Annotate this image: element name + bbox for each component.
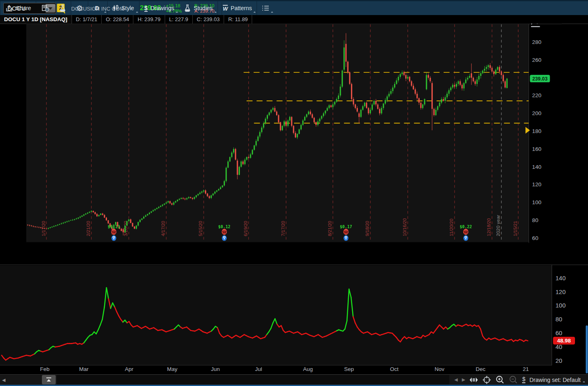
style-button[interactable]: Style [108,1,139,15]
collapse-panel-button[interactable] [42,375,56,384]
candlestick [270,110,272,113]
price-axis-tick: 200 [532,110,542,116]
candlestick [293,126,294,133]
candlestick [139,220,141,222]
candlestick [347,62,348,72]
candlestick [362,106,364,110]
toolbar-buttons: Share ⚙ D Style $ Drawings Stud [0,1,588,15]
phone-glyph: ☎ [344,230,348,234]
vertical-scrollbar-thumb[interactable] [586,325,588,373]
drawings-button[interactable]: $ Drawings [139,1,179,15]
candlestick [31,226,32,226]
candlestick [263,123,264,128]
zoom-out-icon[interactable] [509,375,518,384]
candlestick [254,146,255,150]
candlestick [164,203,165,205]
date-gridline-label: 11/20/20 [449,218,454,236]
candlestick [297,134,298,137]
candlestick [289,117,290,120]
collapse-icon [46,377,52,382]
candlestick [274,108,275,112]
candlestick [149,213,150,214]
candlestick [76,218,77,219]
candlestick [85,214,86,214]
timeframe-button[interactable]: D [88,1,107,15]
bar-spacing-icon[interactable] [469,377,478,383]
candlestick [87,213,88,214]
candlestick [199,193,200,194]
plot-background [26,24,529,242]
candlestick [94,212,96,214]
candlestick [255,141,257,146]
candlestick [137,222,139,226]
price-axis-tick: 100 [532,199,542,205]
candlestick [53,226,54,227]
month-label: Jun [211,366,220,372]
candlestick [366,102,367,108]
price-axis-tick: 180 [532,128,542,134]
horizontal-scrollbar[interactable] [57,375,449,384]
candlestick [250,154,251,158]
candlestick [364,102,365,106]
candlestick [229,157,231,161]
chart-menu-button[interactable] [257,1,274,15]
candlestick [460,81,461,85]
candlestick [360,110,362,117]
candlestick [400,74,401,77]
candlestick [311,114,313,118]
candlestick [220,187,221,189]
price-axis-tick: 260 [532,57,542,63]
candlestick [158,207,159,208]
settings-button[interactable]: ⚙ [71,1,88,15]
patterns-icon: W [223,5,228,12]
price-axis-tick: 220 [532,92,542,98]
candlestick [224,181,225,185]
price-tools-icon[interactable]: $ [522,376,525,383]
candlestick [124,226,126,232]
candlestick [338,96,339,99]
candlestick [433,109,435,115]
candlestick [446,94,448,97]
candlestick [306,114,307,117]
main-toolbar: DOCU 2 DOCUSIGN INC COM 239.03 +15.18 +6… [0,1,588,15]
candlestick [57,225,58,225]
study-axis-tick: 140 [555,275,566,281]
study-axis-tick: 60 [555,329,562,336]
candlestick [396,81,397,84]
candlestick [121,229,122,231]
candlestick [505,81,506,87]
candlestick [104,215,105,218]
candlestick [181,198,182,199]
scroll-left-icon[interactable]: ◀ [2,377,5,383]
list-menu-icon [262,5,269,11]
studies-button[interactable]: Studies [179,1,218,15]
candlestick [246,157,247,160]
candlestick [327,108,328,111]
zoom-in-icon[interactable] [495,375,505,384]
study-axis-tick: 20 [555,357,562,364]
candlestick [74,219,75,220]
iv-study-chart[interactable]: 1401201008060402048.98FebMarAprMayJunJul… [0,264,588,374]
candlestick [295,133,296,137]
pan-right-icon[interactable]: ▶ [462,377,465,382]
candlestick [490,65,491,68]
candlestick [50,227,51,228]
crosshair-icon[interactable] [482,375,491,384]
candlestick [83,214,85,216]
candlestick [439,102,440,106]
candlestick [239,167,240,175]
drawing-set-selector[interactable]: Drawing set: Default [529,377,585,383]
candlestick [143,217,144,218]
candlestick [177,200,178,201]
date-gridline-label: 9/18/20 [365,221,370,236]
chart-notes-button[interactable] [36,1,54,15]
patterns-button[interactable]: W Patterns [218,1,257,15]
share-button[interactable]: Share [0,1,36,15]
pan-left-icon[interactable]: ◀ [454,377,457,382]
candlestick [179,199,180,200]
last-price-badge-text: 239.03 [532,76,548,82]
month-label: Oct [390,366,399,372]
main-price-chart[interactable]: 1/17/202/21/203/20/204/17/205/15/206/19/… [0,24,588,264]
candlestick [379,109,380,113]
analyze-button[interactable] [54,1,71,15]
